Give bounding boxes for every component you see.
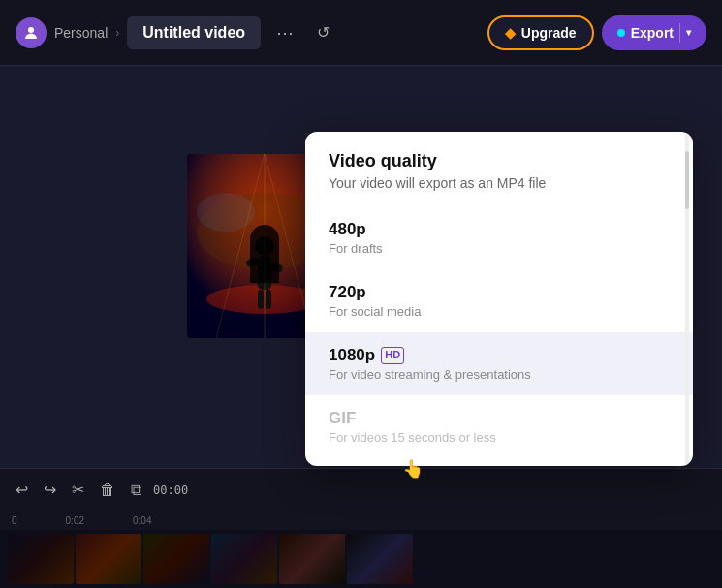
breadcrumb-chevron: › xyxy=(115,26,119,40)
hd-badge: HD xyxy=(381,347,404,363)
upgrade-label: Upgrade xyxy=(521,25,577,41)
quality-option-gif[interactable]: GIF For videos 15 seconds or less xyxy=(305,395,693,458)
quality-option-1080p[interactable]: 1080p HD For video streaming & presentat… xyxy=(305,332,693,395)
avatar xyxy=(16,17,47,48)
timeline-ruler: 0 0:02 0:04 xyxy=(0,511,722,530)
ruler-mark-2: 0:04 xyxy=(133,515,151,526)
redo-button[interactable]: ↪ xyxy=(40,477,60,503)
export-button[interactable]: Export ▾ xyxy=(602,15,706,50)
quality-1080p-text: 1080p xyxy=(329,346,375,365)
svg-rect-10 xyxy=(258,290,264,309)
clip-3[interactable] xyxy=(143,534,209,584)
export-chevron-icon[interactable]: ▾ xyxy=(686,27,691,38)
svg-point-6 xyxy=(255,236,274,256)
main-area: ⏮ ↺ ↩ ↪ ✂ 🗑 ⧉ 00:00 0 0:02 0:04 xyxy=(0,66,722,588)
more-options-button[interactable]: ⋯ xyxy=(268,18,301,47)
svg-point-0 xyxy=(28,27,34,33)
clip-2[interactable] xyxy=(76,534,141,584)
export-divider xyxy=(679,23,680,43)
clip-1[interactable] xyxy=(8,534,74,584)
header: Personal › Untitled video ⋯ ↺ ◆ Upgrade … xyxy=(0,0,722,66)
cut-button[interactable]: ✂ xyxy=(68,477,88,503)
quality-desc-480p: For drafts xyxy=(329,241,670,256)
quality-option-720p[interactable]: 720p For social media xyxy=(305,269,693,332)
scrollbar-track xyxy=(685,132,689,466)
svg-rect-11 xyxy=(266,290,271,309)
timeline-toolbar: ↩ ↪ ✂ 🗑 ⧉ 00:00 xyxy=(0,468,722,511)
quality-desc-1080p: For video streaming & presentations xyxy=(329,367,670,382)
time-display: 00:00 xyxy=(153,483,188,497)
ruler-mark-1: 0:02 xyxy=(66,515,84,526)
export-dot xyxy=(617,29,625,37)
upgrade-button[interactable]: ◆ Upgrade xyxy=(487,15,594,50)
timeline-clips xyxy=(0,530,722,588)
quality-options-list: 480p For drafts 720p For social media 10… xyxy=(305,199,693,466)
clip-6[interactable] xyxy=(347,534,413,584)
clip-4[interactable] xyxy=(211,534,277,584)
quality-desc-gif: For videos 15 seconds or less xyxy=(329,430,670,445)
copy-button[interactable]: ⧉ xyxy=(127,478,145,503)
video-title[interactable]: Untitled video xyxy=(127,16,261,49)
export-label: Export xyxy=(631,25,674,41)
diamond-icon: ◆ xyxy=(505,25,516,41)
quality-title: Video quality xyxy=(329,151,670,171)
delete-button[interactable]: 🗑 xyxy=(96,478,119,503)
quality-name-1080p: 1080p HD xyxy=(329,346,670,365)
quality-name-480p: 480p xyxy=(329,220,670,239)
quality-desc-720p: For social media xyxy=(329,304,670,319)
quality-header: Video quality Your video will export as … xyxy=(305,132,693,199)
scrollbar-thumb[interactable] xyxy=(685,151,689,209)
quality-dropdown: Video quality Your video will export as … xyxy=(305,132,693,466)
ruler-mark-0: 0 xyxy=(12,515,17,526)
undo-header-icon: ↺ xyxy=(309,19,337,46)
quality-option-480p[interactable]: 480p For drafts xyxy=(305,206,693,269)
undo-button[interactable]: ↩ xyxy=(12,477,32,503)
quality-name-720p: 720p xyxy=(329,283,670,302)
quality-subtitle: Your video will export as an MP4 file xyxy=(329,175,670,191)
clip-5[interactable] xyxy=(279,534,345,584)
workspace-label: Personal xyxy=(54,25,108,41)
quality-name-gif: GIF xyxy=(329,409,670,428)
